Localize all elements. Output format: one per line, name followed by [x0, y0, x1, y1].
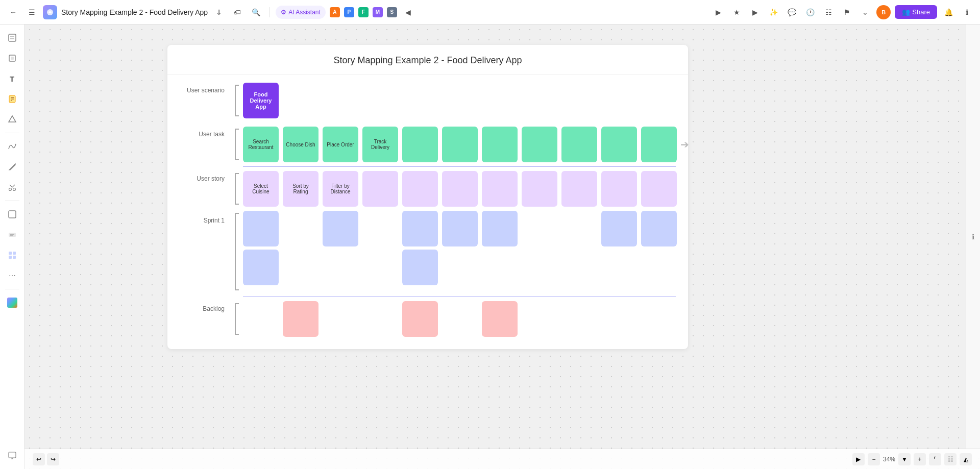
- sparkle-button[interactable]: ✨: [766, 5, 780, 19]
- tab-icon-4[interactable]: M: [373, 7, 383, 17]
- sprint-card-1-7[interactable]: [641, 211, 677, 246]
- tab-icon-3[interactable]: F: [358, 7, 369, 17]
- card-story-5[interactable]: [402, 171, 438, 207]
- shape-icon[interactable]: [3, 110, 21, 129]
- comment-button[interactable]: 💬: [785, 5, 799, 19]
- label-backlog: Backlog: [180, 301, 231, 312]
- more-sidebar-icon[interactable]: ⋯: [3, 266, 21, 285]
- card-track-delivery[interactable]: Track Delivery: [362, 127, 398, 162]
- card-task-9[interactable]: [561, 127, 597, 162]
- flag-button[interactable]: ⚑: [840, 5, 854, 19]
- expand-button[interactable]: ▶: [711, 5, 725, 19]
- scissors-icon[interactable]: [3, 178, 21, 196]
- grid-icon[interactable]: [3, 246, 21, 264]
- card-food-delivery[interactable]: Food Delivery App: [243, 83, 279, 118]
- card-story-4[interactable]: [362, 171, 398, 207]
- tag-button[interactable]: 🏷: [230, 5, 244, 19]
- card-select-cuisine[interactable]: Select Cuisine: [243, 171, 279, 207]
- card-story-11[interactable]: [641, 171, 677, 207]
- card-task-10[interactable]: [601, 127, 637, 162]
- menu-button[interactable]: ☰: [24, 5, 39, 19]
- svg-rect-16: [9, 452, 16, 458]
- backlog-cards: [243, 301, 676, 337]
- zoom-dropdown-button[interactable]: ▼: [898, 453, 911, 465]
- card-backlog-3[interactable]: [482, 301, 518, 337]
- present-icon[interactable]: [3, 447, 21, 465]
- map-body: User scenario Food Delivery App User ta: [167, 75, 688, 349]
- sprint-card-1-6[interactable]: [601, 211, 637, 246]
- color-button[interactable]: [7, 298, 17, 308]
- clock-button[interactable]: 🕐: [803, 5, 817, 19]
- bracket-bottom-sprint: [235, 289, 239, 290]
- curve-icon[interactable]: [3, 137, 21, 156]
- redo-button[interactable]: ↪: [47, 453, 59, 465]
- card-story-8[interactable]: [522, 171, 557, 207]
- zoom-in-button[interactable]: +: [914, 453, 926, 465]
- bell-button[interactable]: 🔔: [941, 5, 955, 19]
- sprint-card-2-2[interactable]: [402, 250, 438, 285]
- arrow-right: ➔: [680, 138, 689, 151]
- color-icon[interactable]: [3, 293, 21, 312]
- frame-icon[interactable]: [3, 49, 21, 67]
- sprint-card-2-1[interactable]: [243, 250, 279, 285]
- card-task-8[interactable]: [522, 127, 557, 162]
- tab-icon-2[interactable]: P: [344, 7, 354, 17]
- card-place-order[interactable]: Place Order: [323, 127, 358, 162]
- card-story-7[interactable]: [482, 171, 518, 207]
- bracket-top-task: [235, 129, 239, 130]
- note-icon[interactable]: [3, 90, 21, 108]
- zoom-fit-button[interactable]: ⌜: [929, 453, 941, 465]
- sprint-card-1-1[interactable]: [243, 211, 279, 246]
- text2-icon[interactable]: [3, 226, 21, 244]
- tab-icon-1[interactable]: A: [330, 7, 340, 17]
- card-story-9[interactable]: [561, 171, 597, 207]
- zoom-out-button[interactable]: −: [868, 453, 880, 465]
- download-button[interactable]: ⇓: [212, 5, 226, 19]
- frame2-icon[interactable]: [3, 205, 21, 224]
- layers-icon[interactable]: [3, 29, 21, 47]
- card-story-6[interactable]: [442, 171, 478, 207]
- search-button[interactable]: 🔍: [249, 5, 263, 19]
- card-sort-rating[interactable]: Sort by Rating: [283, 171, 318, 207]
- ai-assistant-button[interactable]: ⚙ AI Assistant: [276, 6, 326, 19]
- card-task-5[interactable]: [402, 127, 438, 162]
- card-task-7[interactable]: [482, 127, 518, 162]
- present-button[interactable]: ▶: [852, 453, 865, 465]
- share-button[interactable]: 👥 Share: [895, 5, 937, 19]
- sprint-card-1-4[interactable]: [442, 211, 478, 246]
- tab-label-4: M: [376, 9, 380, 15]
- card-task-6[interactable]: [442, 127, 478, 162]
- sprint-card-1-2[interactable]: [323, 211, 358, 246]
- grid-button[interactable]: ◭: [960, 453, 972, 465]
- bottom-bar: ↩ ↪ ▶ − 34% ▼ + ⌜ ☷ ◭: [24, 449, 980, 469]
- card-task-11[interactable]: [641, 127, 677, 162]
- text-icon[interactable]: T: [3, 69, 21, 88]
- play-button[interactable]: ▶: [748, 5, 762, 19]
- label-user-story: User story: [180, 171, 231, 182]
- more-toolbar-button[interactable]: ⌄: [858, 5, 872, 19]
- share-label: Share: [912, 8, 930, 16]
- star-button[interactable]: ★: [729, 5, 744, 19]
- tab-label-1: A: [333, 9, 336, 15]
- table-button[interactable]: ☷: [821, 5, 836, 19]
- back-button[interactable]: ←: [6, 5, 20, 19]
- card-backlog-1[interactable]: [283, 301, 318, 337]
- tab-label-5: S: [390, 9, 394, 15]
- sprint-card-1-3[interactable]: [402, 211, 438, 246]
- sprint-spacer-4: [561, 211, 597, 246]
- sprint-card-1-5[interactable]: [482, 211, 518, 246]
- pen-icon[interactable]: [3, 158, 21, 176]
- tab-icon-5[interactable]: S: [387, 7, 397, 17]
- card-choose-dish[interactable]: Choose Dish: [283, 127, 318, 162]
- undo-button[interactable]: ↩: [33, 453, 45, 465]
- card-search-restaurant[interactable]: Search Restaurant: [243, 127, 279, 162]
- card-filter-distance[interactable]: Filter by Distance: [323, 171, 358, 207]
- view-button[interactable]: ☷: [944, 453, 957, 465]
- collapse-button[interactable]: ◀: [401, 5, 415, 19]
- card-story-10[interactable]: [601, 171, 637, 207]
- svg-rect-1: [9, 34, 16, 41]
- info-panel-button[interactable]: ℹ: [972, 233, 974, 241]
- canvas-area[interactable]: Story Mapping Example 2 - Food Delivery …: [24, 24, 980, 469]
- card-backlog-2[interactable]: [402, 301, 438, 337]
- info-button[interactable]: ℹ: [960, 5, 974, 19]
